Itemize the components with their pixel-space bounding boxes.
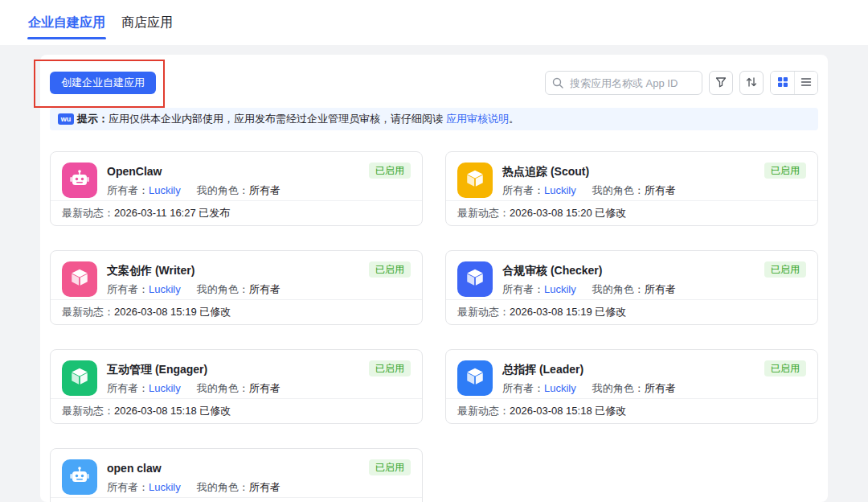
- role-value: 所有者: [249, 283, 280, 295]
- app-card[interactable]: 互动管理 (Engager) 所有者：Luckily我的角色：所有者 已启用 最…: [50, 349, 423, 424]
- status-badge: 已启用: [369, 261, 411, 278]
- status-badge: 已启用: [764, 163, 806, 179]
- app-card-footer: 最新动态：2026-03-11 16:27 已发布: [51, 200, 422, 225]
- app-name: 文案创作 (Writer): [107, 262, 280, 278]
- app-name: 互动管理 (Engager): [107, 361, 280, 377]
- owner-label: 所有者：: [502, 184, 544, 196]
- app-card[interactable]: OpenClaw 所有者：Luckily我的角色：所有者 已启用 最新动态：20…: [50, 151, 423, 226]
- app-card-head: 热点追踪 (Scout) 所有者：Luckily我的角色：所有者 已启用: [446, 152, 817, 200]
- owner-link[interactable]: Luckily: [544, 184, 576, 196]
- app-card-text: open claw 所有者：Luckily我的角色：所有者: [107, 459, 280, 495]
- cube-icon: [465, 366, 485, 390]
- app-card-text: 文案创作 (Writer) 所有者：Luckily我的角色：所有者: [107, 261, 280, 297]
- grid-view-icon: [776, 76, 789, 91]
- app-card-text: 互动管理 (Engager) 所有者：Luckily我的角色：所有者: [107, 360, 280, 396]
- role-label: 我的角色：: [197, 382, 249, 394]
- app-card-head: OpenClaw 所有者：Luckily我的角色：所有者 已启用: [51, 152, 422, 200]
- app-icon: [457, 261, 493, 297]
- wu-logo-badge: wu: [58, 113, 74, 125]
- status-badge: 已启用: [764, 360, 806, 376]
- main-panel: 创建企业自建应用: [40, 55, 828, 502]
- latest-value: 2026-03-11 16:27 已发布: [114, 206, 230, 220]
- app-icon: [62, 459, 97, 495]
- notice-text: 应用仅供本企业内部使用，应用发布需经过企业管理员审核，请仔细阅读: [108, 112, 443, 126]
- cube-icon: [465, 168, 485, 192]
- app-card-head: 互动管理 (Engager) 所有者：Luckily我的角色：所有者 已启用: [51, 350, 422, 398]
- owner-link[interactable]: Luckily: [149, 283, 181, 295]
- top-tab-bar: 企业自建应用 商店应用: [0, 0, 868, 45]
- app-meta: 所有者：Luckily我的角色：所有者: [502, 381, 676, 396]
- app-icon: [457, 360, 493, 396]
- filter-icon: [714, 76, 727, 91]
- status-badge: 已启用: [369, 163, 411, 179]
- app-icon: [62, 261, 97, 297]
- role-value: 所有者: [249, 382, 280, 394]
- app-card-text: OpenClaw 所有者：Luckily我的角色：所有者: [107, 163, 280, 198]
- owner-label: 所有者：: [502, 382, 544, 394]
- app-meta: 所有者：Luckily我的角色：所有者: [107, 282, 280, 297]
- app-card-footer: 最新动态：: [51, 497, 422, 502]
- app-card[interactable]: 总指挥 (Leader) 所有者：Luckily我的角色：所有者 已启用 最新动…: [445, 349, 818, 424]
- owner-link[interactable]: Luckily: [544, 382, 576, 394]
- app-grid: OpenClaw 所有者：Luckily我的角色：所有者 已启用 最新动态：20…: [50, 151, 818, 502]
- latest-value: 2026-03-08 15:19 已修改: [114, 305, 231, 319]
- app-icon: [62, 163, 97, 198]
- owner-label: 所有者：: [107, 481, 149, 493]
- cube-icon: [69, 366, 90, 390]
- app-name: 总指挥 (Leader): [502, 361, 676, 377]
- app-icon: [62, 360, 97, 396]
- view-toggle: [770, 71, 818, 95]
- robot-icon: [68, 464, 91, 490]
- search-box: [545, 71, 702, 95]
- role-value: 所有者: [249, 481, 280, 493]
- owner-link[interactable]: Luckily: [149, 481, 181, 493]
- role-label: 我的角色：: [592, 382, 645, 394]
- app-meta: 所有者：Luckily我的角色：所有者: [502, 183, 676, 198]
- sort-icon: [745, 76, 758, 91]
- app-name: open claw: [107, 460, 280, 476]
- app-card-head: 合规审核 (Checker) 所有者：Luckily我的角色：所有者 已启用: [446, 251, 817, 299]
- app-card[interactable]: 热点追踪 (Scout) 所有者：Luckily我的角色：所有者 已启用 最新动…: [445, 151, 818, 226]
- app-card-head: 总指挥 (Leader) 所有者：Luckily我的角色：所有者 已启用: [446, 350, 817, 398]
- role-value: 所有者: [645, 382, 676, 394]
- toolbar-right: [545, 71, 818, 95]
- owner-link[interactable]: Luckily: [149, 184, 181, 196]
- latest-label: 最新动态：: [62, 305, 114, 319]
- app-card-text: 热点追踪 (Scout) 所有者：Luckily我的角色：所有者: [502, 163, 676, 198]
- app-card-footer: 最新动态：2026-03-08 15:19 已修改: [446, 299, 817, 324]
- app-card-text: 合规审核 (Checker) 所有者：Luckily我的角色：所有者: [502, 261, 676, 297]
- app-card[interactable]: open claw 所有者：Luckily我的角色：所有者 已启用 最新动态：: [50, 448, 423, 502]
- app-card[interactable]: 文案创作 (Writer) 所有者：Luckily我的角色：所有者 已启用 最新…: [50, 250, 423, 325]
- latest-value: 2026-03-08 15:18 已修改: [510, 404, 626, 418]
- notice-suffix: 。: [509, 112, 519, 126]
- create-app-button[interactable]: 创建企业自建应用: [50, 72, 156, 94]
- status-badge: 已启用: [369, 360, 411, 376]
- owner-link[interactable]: Luckily: [149, 382, 181, 394]
- app-card-footer: 最新动态：2026-03-08 15:18 已修改: [51, 398, 422, 423]
- search-input[interactable]: [545, 71, 702, 95]
- role-label: 我的角色：: [197, 481, 249, 493]
- status-badge: 已启用: [764, 261, 806, 278]
- grid-view-button[interactable]: [771, 72, 794, 94]
- app-card-footer: 最新动态：2026-03-08 15:18 已修改: [446, 398, 817, 423]
- status-badge: 已启用: [369, 459, 411, 475]
- owner-label: 所有者：: [107, 184, 149, 196]
- sort-button[interactable]: [739, 71, 764, 95]
- list-view-button[interactable]: [794, 72, 817, 94]
- notice-prefix: 提示：: [77, 112, 108, 126]
- role-label: 我的角色：: [592, 184, 645, 196]
- filter-button[interactable]: [709, 71, 733, 95]
- app-name: 热点追踪 (Scout): [502, 163, 676, 179]
- app-name: OpenClaw: [107, 163, 280, 179]
- latest-label: 最新动态：: [457, 404, 510, 418]
- role-value: 所有者: [645, 283, 676, 295]
- latest-label: 最新动态：: [62, 404, 114, 418]
- tab-self-built-apps[interactable]: 企业自建应用: [28, 14, 105, 31]
- review-guide-link[interactable]: 应用审核说明: [446, 112, 509, 126]
- app-card[interactable]: 合规审核 (Checker) 所有者：Luckily我的角色：所有者 已启用 最…: [445, 250, 818, 325]
- tab-store-apps[interactable]: 商店应用: [121, 14, 173, 31]
- owner-link[interactable]: Luckily: [544, 283, 576, 295]
- role-label: 我的角色：: [592, 283, 645, 295]
- app-meta: 所有者：Luckily我的角色：所有者: [502, 282, 676, 297]
- app-meta: 所有者：Luckily我的角色：所有者: [107, 480, 280, 495]
